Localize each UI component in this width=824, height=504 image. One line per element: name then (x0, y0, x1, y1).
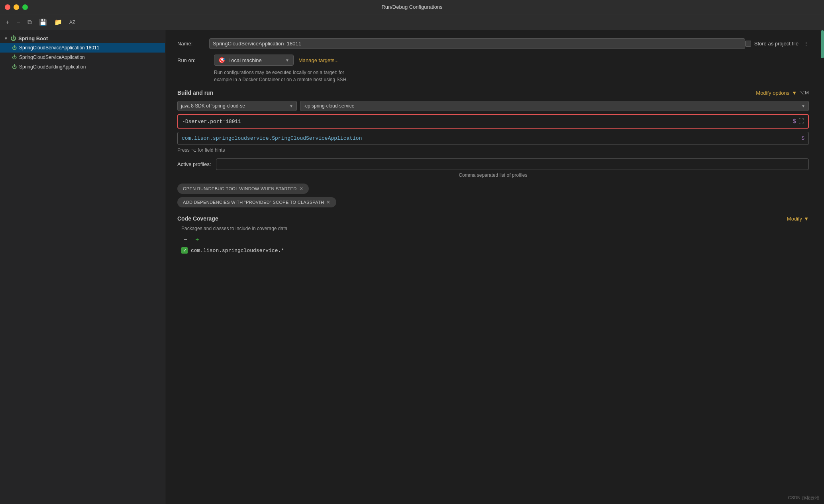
jdk-dropdown-arrow: ▼ (289, 104, 293, 108)
sidebar-item-label-2: SpringCloudBuildingApplication (19, 64, 86, 70)
main-class-value: com.lison.springcloudservice.SpringCloud… (182, 135, 362, 141)
sidebar-group-label: Spring Boot (18, 35, 48, 41)
folder-icon[interactable]: 📁 (53, 17, 64, 27)
window-title: Run/Debug Configurations (381, 4, 442, 10)
content-wrapper: Name: Store as project file ⋮ Run on: 🎯 … (165, 30, 824, 504)
coverage-header: Code Coverage Modify ▼ (177, 215, 809, 222)
build-sdk-row: java 8 SDK of 'spring-cloud-se ▼ -cp spr… (177, 101, 809, 111)
sidebar-group-header[interactable]: ▼ ⏻ Spring Boot (0, 33, 165, 43)
run-icon-0: ⏻ (12, 45, 17, 51)
modify-options-button[interactable]: Modify options ▼ ⌥M (756, 90, 809, 96)
more-options-icon[interactable]: ⋮ (803, 41, 809, 47)
main-layout: ▼ ⏻ Spring Boot ⏻ SpringCloudServiceAppl… (0, 30, 824, 504)
name-label: Name: (177, 41, 209, 47)
main-class-dollar-icon[interactable]: $ (801, 135, 804, 141)
tag-label-0: OPEN RUN/DEBUG TOOL WINDOW WHEN STARTED (183, 186, 297, 191)
tags-area: OPEN RUN/DEBUG TOOL WINDOW WHEN STARTED … (177, 184, 809, 207)
jdk-select-text: java 8 SDK of 'spring-cloud-se (181, 103, 245, 109)
sidebar-item-1[interactable]: ⏻ SpringCloudServiceApplication (0, 53, 165, 62)
shortcut-badge: ⌥M (799, 90, 809, 96)
field-hint: Press ⌥ for field hints (177, 147, 809, 153)
store-project-group: Store as project file ⋮ (745, 41, 809, 47)
chevron-down-icon: ▼ (285, 58, 289, 63)
coverage-mini-toolbar: − + (181, 235, 809, 244)
sidebar-item-label-0: SpringCloudServiceApplication 18011 (19, 45, 99, 51)
tag-close-icon-1[interactable]: ✕ (326, 199, 330, 205)
watermark: CSDN @花云堆 (788, 495, 819, 501)
tag-1: ADD DEPENDENCIES WITH "PROVIDED" SCOPE T… (177, 197, 809, 207)
sidebar-group-spring-boot: ▼ ⏻ Spring Boot ⏻ SpringCloudServiceAppl… (0, 30, 165, 75)
cp-select[interactable]: -cp spring-cloud-service ▼ (300, 101, 809, 111)
coverage-modify-chevron: ▼ (804, 216, 809, 222)
expand-icon[interactable]: ⛶ (798, 118, 804, 125)
title-bar: Run/Debug Configurations (0, 0, 824, 14)
jdk-select[interactable]: java 8 SDK of 'spring-cloud-se ▼ (177, 101, 297, 111)
form-area: Name: Store as project file ⋮ Run on: 🎯 … (165, 30, 821, 504)
toolbar: + − ⧉ 💾 📁 AZ (0, 14, 824, 30)
maximize-button[interactable] (22, 4, 28, 10)
active-profiles-label: Active profiles: (177, 161, 211, 167)
main-class-input[interactable]: com.lison.springcloudservice.SpringCloud… (177, 132, 809, 145)
run-icon-2: ⏻ (12, 64, 17, 70)
active-profiles-row: Active profiles: (177, 158, 809, 170)
coverage-item-label-0: com.lison.springcloudservice.* (191, 248, 284, 254)
store-project-label: Store as project file (754, 41, 798, 47)
sidebar-item-label-1: SpringCloudServiceApplication (19, 55, 85, 60)
coverage-checkbox-0[interactable] (181, 247, 188, 254)
run-on-value: Local machine (228, 57, 282, 63)
active-profiles-input[interactable] (216, 158, 809, 170)
run-on-row: Run on: 🎯 Local machine ▼ Manage targets… (177, 55, 809, 66)
local-machine-icon: 🎯 (218, 57, 225, 63)
sort-icon[interactable]: AZ (68, 18, 77, 27)
close-button[interactable] (5, 4, 10, 10)
build-run-header: Build and run Modify options ▼ ⌥M (177, 90, 809, 96)
vm-options-actions: $ ⛶ (793, 118, 804, 125)
content-area: Name: Store as project file ⋮ Run on: 🎯 … (165, 30, 821, 504)
dollar-icon[interactable]: $ (793, 118, 796, 125)
sidebar: ▼ ⏻ Spring Boot ⏻ SpringCloudServiceAppl… (0, 30, 165, 504)
sidebar-item-0[interactable]: ⏻ SpringCloudServiceApplication 18011 (0, 43, 165, 53)
scrollbar-thumb[interactable] (821, 30, 824, 58)
name-row: Name: Store as project file ⋮ (177, 38, 809, 49)
code-coverage-section: Code Coverage Modify ▼ Packages and clas… (177, 215, 809, 254)
cp-dropdown-arrow: ▼ (801, 104, 805, 108)
coverage-add-button[interactable]: + (193, 235, 201, 244)
tag-0: OPEN RUN/DEBUG TOOL WINDOW WHEN STARTED … (177, 184, 809, 194)
run-on-select[interactable]: 🎯 Local machine ▼ (214, 55, 294, 66)
tag-label-1: ADD DEPENDENCIES WITH "PROVIDED" SCOPE T… (183, 200, 324, 205)
coverage-item-0: com.lison.springcloudservice.* (181, 247, 809, 254)
run-on-label: Run on: (177, 57, 209, 63)
sidebar-item-2[interactable]: ⏻ SpringCloudBuildingApplication (0, 62, 165, 72)
scrollbar[interactable] (821, 30, 824, 504)
remove-icon[interactable]: − (15, 17, 22, 27)
profiles-hint: Comma separated list of profiles (177, 172, 809, 178)
coverage-packages-label: Packages and classes to include in cover… (181, 226, 809, 231)
name-input[interactable] (209, 38, 745, 49)
tag-button-0[interactable]: OPEN RUN/DEBUG TOOL WINDOW WHEN STARTED … (177, 184, 309, 194)
save-icon[interactable]: 💾 (37, 17, 49, 27)
vm-options-value: -Dserver.port=18011 (182, 119, 241, 125)
tag-button-1[interactable]: ADD DEPENDENCIES WITH "PROVIDED" SCOPE T… (177, 197, 336, 207)
manage-targets-link[interactable]: Manage targets... (298, 57, 339, 63)
run-config-info: Run configurations may be executed local… (214, 69, 809, 83)
store-project-checkbox[interactable] (745, 41, 751, 47)
cp-select-text: -cp spring-cloud-service (304, 103, 354, 109)
coverage-remove-button[interactable]: − (181, 235, 190, 244)
chevron-down-icon: ▼ (792, 90, 797, 96)
spring-boot-icon: ⏻ (10, 35, 16, 41)
minimize-button[interactable] (14, 4, 19, 10)
traffic-lights (5, 4, 28, 10)
chevron-down-icon: ▼ (4, 36, 8, 41)
run-icon-1: ⏻ (12, 55, 17, 60)
coverage-modify-label: Modify (787, 216, 802, 222)
build-run-title: Build and run (177, 90, 213, 96)
add-icon[interactable]: + (4, 17, 11, 27)
coverage-title: Code Coverage (177, 215, 218, 222)
modify-options-label: Modify options (756, 90, 789, 96)
copy-icon[interactable]: ⧉ (26, 17, 33, 27)
vm-options-input[interactable]: -Dserver.port=18011 $ ⛶ (177, 114, 809, 129)
coverage-modify-button[interactable]: Modify ▼ (787, 216, 809, 222)
tag-close-icon-0[interactable]: ✕ (299, 186, 303, 191)
